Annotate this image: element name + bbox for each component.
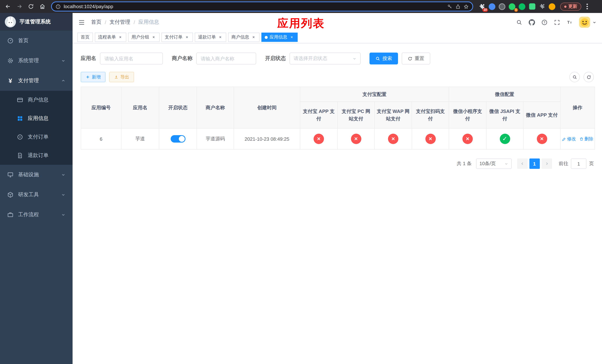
extension-icon[interactable]: [498, 3, 506, 10]
extension-icon[interactable]: [538, 3, 546, 10]
extension-icon[interactable]: [488, 3, 496, 10]
chevron-left-icon: [520, 161, 525, 166]
app-name-input[interactable]: [100, 53, 163, 64]
menu-label: 研发工具: [18, 192, 39, 198]
extension-icon[interactable]: [518, 3, 526, 10]
col-create-time: 创建时间: [234, 87, 300, 128]
tab-label: 首页: [81, 34, 90, 40]
url-text[interactable]: localhost:1024/pay/app: [64, 4, 444, 9]
tab-user-group[interactable]: 用户分组 ×: [128, 32, 160, 42]
export-button-label: 导出: [120, 74, 129, 80]
tab-refund-order[interactable]: 退款订单 ×: [195, 32, 226, 42]
next-page-button[interactable]: [541, 159, 552, 169]
close-icon[interactable]: ×: [218, 35, 223, 40]
close-icon[interactable]: ×: [151, 35, 156, 40]
export-button[interactable]: 导出: [109, 72, 134, 82]
cell-merchant-name: 芋道源码: [197, 128, 234, 150]
password-key-icon[interactable]: [447, 4, 452, 9]
tab-app-info[interactable]: 应用信息 ×: [261, 32, 298, 42]
search-button-label: 搜索: [382, 55, 392, 62]
sidebar-item-infrastructure[interactable]: 基础设施: [0, 165, 73, 185]
github-icon[interactable]: [529, 19, 535, 25]
browser-menu-icon[interactable]: [584, 4, 590, 10]
sidebar-subitem-merchant-info[interactable]: 商户信息: [0, 91, 73, 109]
extension-icon[interactable]: 1: [508, 3, 516, 10]
app-name-label: 应用名: [81, 55, 96, 62]
user-avatar[interactable]: [579, 17, 596, 28]
tab-home[interactable]: 首页: [77, 32, 93, 42]
page-size-select[interactable]: 10条/页: [476, 159, 512, 169]
status-select[interactable]: 请选择开启状态: [290, 53, 361, 64]
reload-icon[interactable]: [26, 1, 36, 11]
breadcrumb-payment[interactable]: 支付管理: [110, 19, 130, 26]
sidebar-item-payment[interactable]: ¥ 支付管理: [0, 71, 73, 91]
cell-alipay-app: ×: [300, 128, 337, 150]
col-app-id: 应用编号: [81, 87, 121, 128]
extensions-puzzle-icon[interactable]: 10: [478, 3, 486, 10]
col-alipay-wap: 支付宝 WAP 网站支付: [375, 102, 412, 128]
pagination: 共 1 条 10条/页 1 前往: [81, 159, 594, 169]
forward-icon[interactable]: [14, 1, 24, 11]
breadcrumb-home[interactable]: 首页: [91, 19, 101, 26]
fullscreen-icon[interactable]: [554, 19, 560, 25]
close-icon[interactable]: ×: [118, 35, 123, 40]
add-button[interactable]: 新增: [81, 72, 106, 82]
sidebar-item-dev-tools[interactable]: 研发工具: [0, 185, 73, 205]
sidebar-subitem-app-info[interactable]: 应用信息: [0, 109, 73, 128]
menu-label: 工作流程: [18, 212, 39, 218]
sidebar-item-system[interactable]: 系统管理: [0, 51, 73, 71]
show-search-button[interactable]: [570, 72, 580, 82]
tab-label: 商户信息: [231, 34, 249, 40]
enabled-toggle[interactable]: [171, 135, 185, 143]
home-icon[interactable]: [37, 1, 47, 11]
tab-payment-order[interactable]: 支付订单 ×: [161, 32, 193, 42]
app-logo[interactable]: 芋道管理系统: [0, 13, 73, 31]
reset-button[interactable]: 重置: [402, 53, 430, 64]
wechat-lite-status-icon: ×: [462, 134, 473, 144]
goto-page-input[interactable]: [571, 159, 586, 169]
back-icon[interactable]: [3, 1, 13, 11]
logo-avatar: [5, 16, 16, 27]
page-1-button[interactable]: 1: [529, 159, 540, 169]
edit-button[interactable]: 修改: [562, 136, 576, 142]
close-icon[interactable]: ×: [184, 35, 190, 40]
merchant-name-input[interactable]: [196, 53, 256, 64]
col-group-alipay: 支付宝配置: [300, 87, 449, 102]
tab-merchant-info[interactable]: 商户信息 ×: [228, 32, 259, 42]
hamburger-icon[interactable]: [78, 19, 85, 26]
menu-label: 支付订单: [28, 134, 49, 140]
font-size-icon[interactable]: TT: [567, 19, 573, 25]
sidebar-item-home[interactable]: 首页: [0, 31, 73, 51]
extension-icon[interactable]: [528, 3, 536, 10]
browser-update-button[interactable]: 更新: [560, 2, 581, 11]
alipay-pc-status-icon: ×: [351, 134, 361, 144]
wechat-app-status-icon: ×: [537, 134, 547, 144]
app-table: 应用编号 应用名 开启状态 商户名称 创建时间 支付宝配置 微信配置 操作 支付…: [81, 87, 595, 150]
url-bar[interactable]: localhost:1024/pay/app: [51, 1, 473, 11]
caret-down-icon: [592, 20, 596, 24]
sidebar-item-workflow[interactable]: 工作流程: [0, 205, 73, 225]
page-title: 应用列表: [277, 16, 325, 31]
close-icon[interactable]: ×: [289, 35, 294, 40]
active-dot-icon: [265, 36, 268, 39]
delete-button[interactable]: 删除: [579, 136, 593, 142]
col-status: 开启状态: [159, 87, 197, 128]
sidebar-subitem-refund-order[interactable]: 退款订单: [0, 146, 73, 165]
svg-text:T: T: [570, 21, 572, 24]
share-icon[interactable]: [455, 4, 461, 9]
svg-text:T: T: [567, 20, 570, 24]
help-icon[interactable]: ?: [541, 19, 548, 25]
filter-merchant-name: 商户名称: [172, 53, 256, 64]
refresh-table-button[interactable]: [583, 72, 594, 82]
download-icon: [114, 75, 118, 79]
bookmark-star-icon[interactable]: [463, 4, 469, 9]
tab-process-form[interactable]: 流程表单 ×: [95, 32, 126, 42]
extension-icon[interactable]: [548, 3, 556, 10]
search-button[interactable]: 搜索: [369, 53, 398, 64]
close-icon[interactable]: ×: [251, 35, 256, 40]
sidebar-subitem-payment-order[interactable]: 支付订单: [0, 128, 73, 146]
search-icon[interactable]: [516, 19, 522, 25]
alipay-qr-status-icon: ×: [425, 134, 436, 144]
prev-page-button[interactable]: [517, 159, 527, 169]
site-info-icon[interactable]: [55, 4, 61, 9]
